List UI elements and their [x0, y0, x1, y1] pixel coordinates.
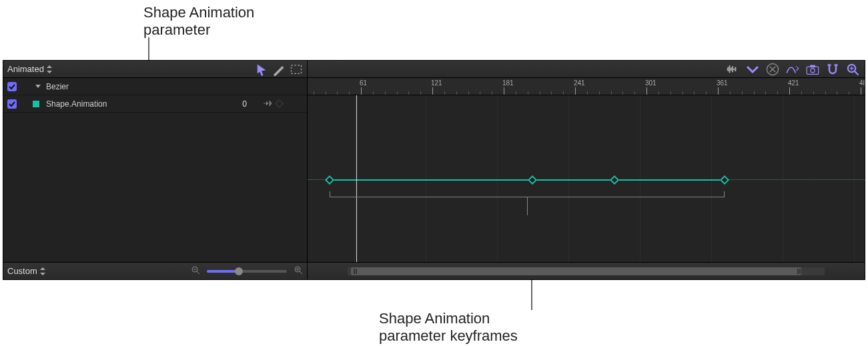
- jump-to-keyframe-icon[interactable]: [263, 100, 272, 108]
- group-row-bezier[interactable]: Bezier: [3, 78, 307, 95]
- scrollbar-thumb[interactable]: [351, 267, 801, 275]
- timeline-header: [308, 61, 865, 78]
- annotation-text: Shape Animation parameter: [143, 4, 254, 38]
- zoom-out-icon[interactable]: [191, 265, 200, 277]
- enable-checkbox[interactable]: [7, 82, 17, 91]
- ruler-tick-label: 301: [645, 79, 657, 87]
- playhead[interactable]: [356, 95, 357, 262]
- scrollbar-grip-icon: [354, 269, 355, 274]
- timeline-graph-area: 6112118124130136142148: [308, 61, 865, 279]
- ruler-tick-label: 241: [574, 79, 585, 87]
- popup-caret-icon: [47, 65, 52, 73]
- snapping-icon[interactable]: [826, 63, 839, 76]
- group-name: Bezier: [46, 82, 69, 91]
- filter-mode-label: Animated: [7, 64, 44, 74]
- ruler-tick-label: 121: [431, 79, 442, 87]
- keyframe-diamond[interactable]: [610, 175, 619, 185]
- vertical-zoom-slider[interactable]: [207, 270, 287, 273]
- parameter-row-shape-animation[interactable]: Shape.Animation 0: [3, 95, 307, 113]
- disclosure-triangle-icon[interactable]: [35, 85, 41, 88]
- add-keyframe-icon[interactable]: [275, 99, 284, 108]
- curve-mode-popup[interactable]: Custom: [7, 266, 45, 276]
- keyframe-bracket-callout: [330, 191, 725, 205]
- svg-line-2: [197, 271, 199, 274]
- fit-curves-icon[interactable]: [786, 63, 799, 76]
- zoom-slider-thumb[interactable]: [235, 267, 243, 275]
- svg-line-17: [855, 71, 859, 75]
- select-tool-icon[interactable]: [255, 63, 268, 76]
- filter-mode-popup[interactable]: Animated: [7, 64, 52, 74]
- annotation-text: Shape Animation parameter keyframes: [379, 310, 518, 344]
- scrollbar-grip-icon: [797, 269, 799, 274]
- sidebar-header: Animated: [3, 61, 307, 78]
- ruler-tick-label: 361: [717, 79, 728, 87]
- keyframe-diamond[interactable]: [528, 175, 537, 185]
- audio-menu-caret-icon[interactable]: [746, 63, 759, 76]
- zoom-to-fit-icon[interactable]: [846, 63, 859, 76]
- timeline-ruler[interactable]: 6112118124130136142148: [308, 78, 865, 95]
- keyframe-editor-panel: Animated: [3, 60, 865, 280]
- enable-checkbox[interactable]: [7, 99, 17, 109]
- ruler-tick-label: 61: [360, 79, 367, 87]
- sidebar-footer: Custom: [3, 262, 307, 279]
- annotation-keyframes: Shape Animation parameter keyframes: [379, 310, 518, 345]
- svg-rect-13: [810, 65, 815, 67]
- timeline-footer: [308, 262, 865, 279]
- ruler-tick-label: 421: [788, 79, 799, 87]
- curve-mode-label: Custom: [7, 266, 37, 276]
- popup-caret-icon: [40, 267, 45, 275]
- parameter-name: Shape.Animation: [46, 99, 107, 109]
- ruler-tick-label: 181: [502, 79, 514, 87]
- zoom-in-icon[interactable]: [294, 265, 303, 277]
- horizontal-scrollbar[interactable]: [348, 267, 825, 275]
- parameter-value[interactable]: 0: [193, 99, 247, 109]
- parameter-list-sidebar: Animated: [3, 61, 308, 279]
- curve-graph-canvas[interactable]: [308, 95, 865, 262]
- box-tool-icon[interactable]: [290, 63, 303, 76]
- keyframe-diamond[interactable]: [720, 175, 729, 185]
- svg-line-5: [300, 271, 302, 274]
- curve-line: [308, 179, 865, 180]
- ruler-tick-label: 48: [859, 79, 865, 87]
- keyframe-diamond[interactable]: [325, 175, 334, 185]
- audio-waveform-icon[interactable]: [726, 63, 739, 76]
- svg-rect-11: [807, 67, 819, 74]
- sketch-tool-icon[interactable]: [272, 63, 286, 76]
- clear-curve-icon[interactable]: [766, 63, 779, 76]
- svg-point-12: [811, 68, 815, 72]
- annotation-shape-parameter: Shape Animation parameter: [143, 4, 254, 39]
- snapshot-icon[interactable]: [806, 63, 819, 76]
- svg-rect-0: [292, 65, 302, 73]
- parameter-color-swatch: [33, 101, 39, 107]
